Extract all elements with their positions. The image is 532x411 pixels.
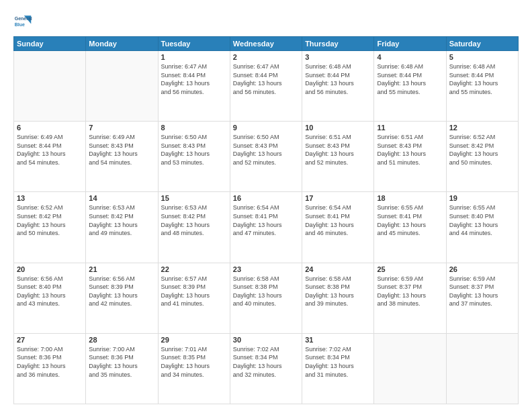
calendar-cell: 16Sunrise: 6:54 AM Sunset: 8:41 PM Dayli… [230, 192, 302, 263]
calendar-cell: 17Sunrise: 6:54 AM Sunset: 8:41 PM Dayli… [302, 192, 374, 263]
day-info: Sunrise: 7:00 AM Sunset: 8:36 PM Dayligh… [89, 345, 154, 379]
day-number: 20 [17, 265, 83, 273]
day-number: 21 [89, 265, 154, 273]
day-number: 27 [17, 336, 83, 344]
svg-text:General: General [15, 16, 32, 21]
day-info: Sunrise: 6:52 AM Sunset: 8:42 PM Dayligh… [17, 203, 83, 237]
calendar-cell [446, 333, 518, 404]
day-info: Sunrise: 6:51 AM Sunset: 8:43 PM Dayligh… [377, 133, 443, 167]
day-number: 23 [233, 265, 299, 273]
day-number: 5 [449, 53, 515, 61]
day-number: 11 [377, 124, 443, 132]
col-header-monday: Monday [86, 37, 158, 51]
day-number: 8 [161, 124, 227, 132]
day-info: Sunrise: 7:02 AM Sunset: 8:34 PM Dayligh… [305, 345, 371, 379]
day-number: 15 [161, 194, 227, 202]
day-info: Sunrise: 6:48 AM Sunset: 8:44 PM Dayligh… [377, 62, 443, 96]
calendar-table: SundayMondayTuesdayWednesdayThursdayFrid… [13, 36, 519, 404]
day-info: Sunrise: 6:51 AM Sunset: 8:43 PM Dayligh… [305, 133, 371, 167]
day-number: 16 [233, 194, 299, 202]
calendar-cell: 29Sunrise: 7:01 AM Sunset: 8:35 PM Dayli… [158, 333, 230, 404]
day-info: Sunrise: 7:01 AM Sunset: 8:35 PM Dayligh… [161, 345, 227, 379]
svg-text:Blue: Blue [15, 22, 25, 27]
day-number: 6 [17, 124, 83, 132]
calendar-cell [374, 333, 446, 404]
calendar-cell: 7Sunrise: 6:49 AM Sunset: 8:43 PM Daylig… [86, 122, 158, 192]
day-number: 19 [449, 194, 515, 202]
day-number: 25 [377, 265, 443, 273]
week-row-4: 20Sunrise: 6:56 AM Sunset: 8:40 PM Dayli… [14, 263, 519, 333]
day-number: 31 [305, 336, 371, 344]
header: General Blue [13, 12, 519, 31]
day-info: Sunrise: 7:02 AM Sunset: 8:34 PM Dayligh… [233, 345, 299, 379]
day-number: 10 [305, 124, 371, 132]
day-number: 29 [161, 336, 227, 344]
calendar-cell: 18Sunrise: 6:55 AM Sunset: 8:41 PM Dayli… [374, 192, 446, 263]
calendar-cell: 15Sunrise: 6:53 AM Sunset: 8:42 PM Dayli… [158, 192, 230, 263]
day-info: Sunrise: 6:58 AM Sunset: 8:38 PM Dayligh… [233, 275, 299, 308]
calendar-cell: 13Sunrise: 6:52 AM Sunset: 8:42 PM Dayli… [14, 192, 86, 263]
day-info: Sunrise: 6:52 AM Sunset: 8:42 PM Dayligh… [449, 133, 515, 167]
day-info: Sunrise: 6:56 AM Sunset: 8:40 PM Dayligh… [17, 275, 83, 308]
calendar-cell: 23Sunrise: 6:58 AM Sunset: 8:38 PM Dayli… [230, 263, 302, 333]
day-info: Sunrise: 6:58 AM Sunset: 8:38 PM Dayligh… [305, 275, 371, 308]
day-info: Sunrise: 6:59 AM Sunset: 8:37 PM Dayligh… [449, 275, 515, 308]
col-header-wednesday: Wednesday [230, 37, 302, 51]
page: General Blue SundayMondayTuesdayWednesda… [0, 0, 532, 411]
day-info: Sunrise: 6:50 AM Sunset: 8:43 PM Dayligh… [161, 133, 227, 167]
day-number: 22 [161, 265, 227, 273]
logo-icon: General Blue [13, 12, 32, 31]
calendar-cell: 28Sunrise: 7:00 AM Sunset: 8:36 PM Dayli… [86, 333, 158, 404]
col-header-tuesday: Tuesday [158, 37, 230, 51]
day-info: Sunrise: 6:48 AM Sunset: 8:44 PM Dayligh… [449, 62, 515, 96]
day-number: 1 [161, 53, 227, 61]
calendar-cell: 20Sunrise: 6:56 AM Sunset: 8:40 PM Dayli… [14, 263, 86, 333]
day-info: Sunrise: 6:48 AM Sunset: 8:44 PM Dayligh… [305, 62, 371, 96]
calendar-cell: 6Sunrise: 6:49 AM Sunset: 8:44 PM Daylig… [14, 122, 86, 192]
calendar-cell: 19Sunrise: 6:55 AM Sunset: 8:40 PM Dayli… [446, 192, 518, 263]
day-number: 26 [449, 265, 515, 273]
day-info: Sunrise: 6:55 AM Sunset: 8:40 PM Dayligh… [449, 203, 515, 237]
calendar-cell: 25Sunrise: 6:59 AM Sunset: 8:37 PM Dayli… [374, 263, 446, 333]
day-info: Sunrise: 6:47 AM Sunset: 8:44 PM Dayligh… [161, 62, 227, 96]
day-number: 7 [89, 124, 154, 132]
calendar-cell: 2Sunrise: 6:47 AM Sunset: 8:44 PM Daylig… [230, 51, 302, 122]
day-number: 14 [89, 194, 154, 202]
day-info: Sunrise: 7:00 AM Sunset: 8:36 PM Dayligh… [17, 345, 83, 379]
week-row-5: 27Sunrise: 7:00 AM Sunset: 8:36 PM Dayli… [14, 333, 519, 404]
col-header-saturday: Saturday [446, 37, 518, 51]
calendar-cell: 8Sunrise: 6:50 AM Sunset: 8:43 PM Daylig… [158, 122, 230, 192]
week-row-2: 6Sunrise: 6:49 AM Sunset: 8:44 PM Daylig… [14, 122, 519, 192]
day-info: Sunrise: 6:54 AM Sunset: 8:41 PM Dayligh… [233, 203, 299, 237]
calendar-cell: 27Sunrise: 7:00 AM Sunset: 8:36 PM Dayli… [14, 333, 86, 404]
calendar-cell: 3Sunrise: 6:48 AM Sunset: 8:44 PM Daylig… [302, 51, 374, 122]
calendar-cell: 9Sunrise: 6:50 AM Sunset: 8:43 PM Daylig… [230, 122, 302, 192]
day-info: Sunrise: 6:53 AM Sunset: 8:42 PM Dayligh… [161, 203, 227, 237]
calendar-cell: 31Sunrise: 7:02 AM Sunset: 8:34 PM Dayli… [302, 333, 374, 404]
day-number: 17 [305, 194, 371, 202]
logo: General Blue [13, 12, 32, 31]
day-number: 2 [233, 53, 299, 61]
calendar-cell: 26Sunrise: 6:59 AM Sunset: 8:37 PM Dayli… [446, 263, 518, 333]
day-number: 18 [377, 194, 443, 202]
week-row-3: 13Sunrise: 6:52 AM Sunset: 8:42 PM Dayli… [14, 192, 519, 263]
day-number: 4 [377, 53, 443, 61]
calendar-cell: 11Sunrise: 6:51 AM Sunset: 8:43 PM Dayli… [374, 122, 446, 192]
col-header-thursday: Thursday [302, 37, 374, 51]
day-number: 3 [305, 53, 371, 61]
calendar-cell [86, 51, 158, 122]
header-row: SundayMondayTuesdayWednesdayThursdayFrid… [14, 37, 519, 51]
day-number: 24 [305, 265, 371, 273]
day-info: Sunrise: 6:57 AM Sunset: 8:39 PM Dayligh… [161, 275, 227, 308]
day-number: 30 [233, 336, 299, 344]
calendar-cell [14, 51, 86, 122]
calendar-cell: 12Sunrise: 6:52 AM Sunset: 8:42 PM Dayli… [446, 122, 518, 192]
calendar-cell: 5Sunrise: 6:48 AM Sunset: 8:44 PM Daylig… [446, 51, 518, 122]
calendar-cell: 4Sunrise: 6:48 AM Sunset: 8:44 PM Daylig… [374, 51, 446, 122]
calendar-cell: 24Sunrise: 6:58 AM Sunset: 8:38 PM Dayli… [302, 263, 374, 333]
day-number: 28 [89, 336, 154, 344]
day-info: Sunrise: 6:50 AM Sunset: 8:43 PM Dayligh… [233, 133, 299, 167]
calendar-cell: 22Sunrise: 6:57 AM Sunset: 8:39 PM Dayli… [158, 263, 230, 333]
col-header-sunday: Sunday [14, 37, 86, 51]
calendar-cell: 21Sunrise: 6:56 AM Sunset: 8:39 PM Dayli… [86, 263, 158, 333]
